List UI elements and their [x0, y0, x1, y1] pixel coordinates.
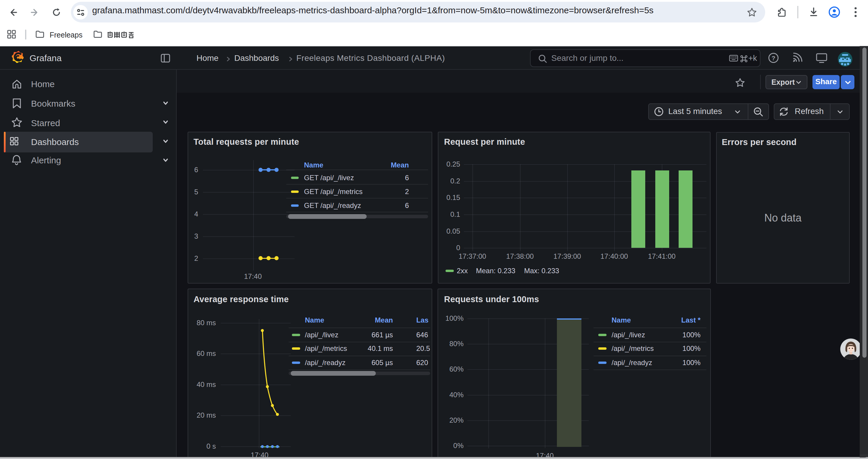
svg-text:?: ? — [772, 55, 776, 61]
